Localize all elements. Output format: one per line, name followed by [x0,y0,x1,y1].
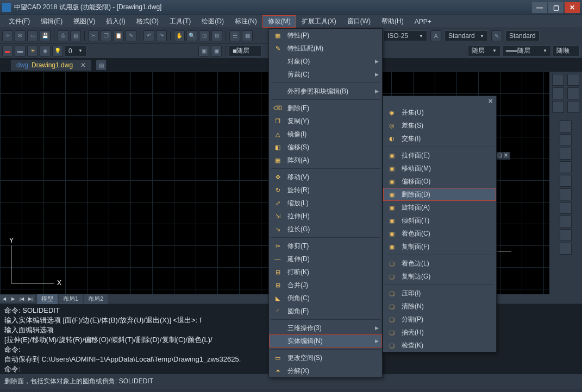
menu-entry[interactable]: ⤢缩放(L) [269,197,382,210]
dimstyle-combo[interactable]: ISO-25▼ [384,30,427,41]
menu-entry[interactable]: ▣着色面(C) [383,227,496,240]
zoom-ext-icon[interactable]: ⊡ [199,30,210,41]
tool-icon[interactable] [552,101,564,113]
menu-entry[interactable]: ▢着色边(L) [383,257,496,270]
print-icon[interactable]: ⎙ [58,30,68,41]
menu-entry[interactable]: ▢清除(N) [383,300,496,313]
menu-item[interactable]: 视图(V) [68,15,101,28]
menu-item[interactable]: 窗口(W) [342,15,376,28]
menu-item[interactable]: 扩展工具(X) [296,15,342,28]
tool-icon[interactable] [560,148,572,160]
open-icon[interactable]: ✉ [15,30,26,41]
layer-num-combo[interactable]: 0▼ [65,46,86,56]
menu-entry[interactable]: ▦特性(P) [269,29,382,42]
menu-entry[interactable]: ▣移动面(M) [383,162,496,175]
scroll-right-icon[interactable]: ▶ [9,295,17,302]
tool-icon[interactable] [552,74,564,86]
props-icon[interactable]: ☰ [229,30,240,41]
menu-entry[interactable]: ⇲拉伸(H) [269,210,382,223]
folder-icon[interactable]: ▭ [27,30,38,41]
block2-icon[interactable]: ▣ [211,46,222,56]
menu-entry[interactable]: ▣旋转面(A) [383,201,496,214]
pan-icon[interactable]: ✋ [174,30,185,41]
textstyle-combo[interactable]: Standard▼ [445,30,488,41]
panel-max-icon[interactable]: ▢ [497,153,502,158]
menu-entry[interactable]: ✶分解(X) [269,364,382,377]
menu-item[interactable]: APP+ [409,16,437,27]
menu-entry[interactable]: ▭更改空间(S) [269,351,382,364]
menu-entry[interactable]: ▣复制面(F) [383,240,496,253]
tool-icon[interactable] [560,216,572,227]
plot-combo[interactable]: 随顺 [553,46,580,56]
layer-icon[interactable]: ▬ [2,46,13,56]
menu-entry[interactable]: —延伸(D) [269,252,382,265]
menu-entry[interactable]: ⌫删除(E) [269,102,382,115]
menu-entry[interactable]: ◜圆角(F) [269,305,382,318]
layer-icon2[interactable]: ▬ [15,46,26,56]
menu-entry[interactable]: 对象(O)▶ [269,55,382,68]
menu-entry[interactable]: △镜像(I) [269,128,382,141]
menu-item[interactable]: 工具(T) [164,15,196,28]
menu-entry[interactable]: ◣倒角(C) [269,292,382,305]
tool-icon[interactable] [560,188,572,200]
menu-entry[interactable]: ▣删除面(D) [383,188,496,201]
layout-tab[interactable]: 布局2 [84,294,108,304]
layer-state-icon[interactable]: ◉ [40,46,51,56]
document-tab[interactable]: dwg Drawing1.dwg ✕ [11,60,91,71]
tool-icon[interactable] [560,175,572,187]
menu-entry[interactable]: ⊟打断(K) [269,265,382,279]
tool-icon[interactable] [560,161,572,173]
menu-entry[interactable]: ✥移动(V) [269,170,382,184]
menu-entry[interactable]: 实体编辑(N)▶ [269,334,382,347]
menu-entry[interactable]: ✂修剪(T) [269,239,382,252]
tool-icon[interactable] [567,87,579,99]
scroll-left-icon[interactable]: ◀ [0,295,9,302]
tool-icon[interactable] [567,74,579,86]
layout-tab[interactable]: 布局1 [59,294,83,304]
menu-item[interactable]: 文件(F) [3,15,35,28]
tool-icon[interactable] [560,229,572,241]
redo-icon[interactable]: ↷ [156,30,167,41]
std2-icon[interactable]: ✎ [491,30,502,41]
menu-entry[interactable]: ▢检查(K) [383,339,496,352]
menu-entry[interactable]: ◧偏移(S) [269,141,382,154]
save-icon[interactable]: 💾 [40,30,51,41]
menu-entry[interactable]: ❐复制(Y) [269,115,382,128]
tool-icon[interactable] [560,243,572,255]
close-button[interactable]: ✕ [565,2,580,13]
menu-item[interactable]: 标注(N) [229,15,262,28]
submenu-close-icon[interactable]: ✕ [488,98,493,105]
std-icon[interactable]: A [430,30,441,41]
panel-close-icon[interactable]: ✕ [504,153,509,158]
menu-entry[interactable]: ▢分割(P) [383,313,496,326]
menu-item[interactable]: 帮助(H) [376,15,409,28]
menu-entry[interactable]: 剪裁(C)▶ [269,68,382,81]
scroll-last-icon[interactable]: ▶| [26,295,35,302]
tool-icon[interactable] [567,101,579,113]
lweight-combo[interactable]: ━━━ 随层▼ [502,46,551,56]
match-icon[interactable]: ✎ [126,30,136,41]
calc-icon[interactable]: ▦ [242,30,253,41]
bulb-icon[interactable]: 💡 [52,46,63,56]
menu-item[interactable]: 修改(M) [262,15,296,28]
menu-entry[interactable]: ◉并集(U) [383,106,496,119]
new-icon[interactable]: ✧ [2,30,13,41]
menu-entry[interactable]: ▣倾斜面(T) [383,214,496,227]
undo-icon[interactable]: ↶ [143,30,154,41]
menu-item[interactable]: 格式(O) [131,15,164,28]
tablestyle-combo[interactable]: Standard [505,30,540,41]
menu-entry[interactable]: ▣拉伸面(E) [383,149,496,162]
menu-entry[interactable]: ⊞合并(J) [269,279,382,292]
menu-entry[interactable]: ✎特性匹配(M) [269,42,382,55]
menu-entry[interactable]: ▣偏移面(O) [383,175,496,188]
layout-tab[interactable]: 模型 [37,294,58,304]
tool-icon[interactable] [560,121,572,132]
block-icon[interactable]: ▣ [198,46,209,56]
menu-entry[interactable]: ▦阵列(A) [269,154,382,167]
menu-entry[interactable]: ▢复制边(G) [383,270,496,283]
tool-icon[interactable] [560,202,572,214]
close-tab-icon[interactable]: ✕ [80,61,86,69]
menu-entry[interactable]: ↻旋转(R) [269,184,382,197]
tool-icon[interactable] [560,134,572,146]
minimize-button[interactable]: — [532,2,547,13]
